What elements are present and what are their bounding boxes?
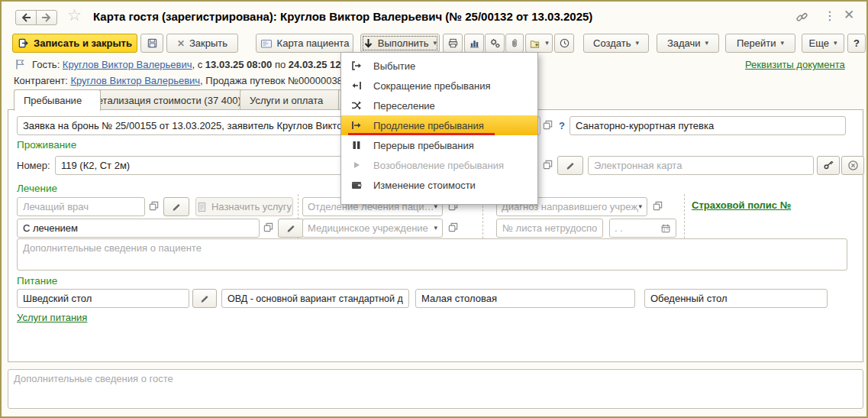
- room-edit-button[interactable]: [557, 156, 583, 175]
- menu-item-change-cost[interactable]: Изменение стоимости: [341, 175, 537, 195]
- insurance-policy-link[interactable]: Страховой полис №: [692, 199, 791, 211]
- help-button[interactable]: ?: [847, 34, 866, 53]
- booking-choose-icon[interactable]: [542, 119, 553, 131]
- dining-room-field[interactable]: [415, 289, 635, 308]
- treatment-mode-choose-icon[interactable]: [263, 222, 274, 233]
- reports-button[interactable]: [464, 34, 484, 53]
- execute-button[interactable]: Выполнить ▾: [360, 34, 440, 53]
- treatment-mode-field[interactable]: [17, 219, 260, 238]
- menu-item-departure[interactable]: Выбытие: [341, 56, 537, 76]
- close-button[interactable]: ✕ Закрыть: [166, 34, 238, 53]
- patient-card-button[interactable]: Карта пациента: [256, 34, 353, 53]
- diet-field[interactable]: [221, 289, 409, 308]
- get-link-icon[interactable]: [795, 11, 808, 24]
- contractor-name-link[interactable]: Круглов Виктор Валерьевич: [70, 75, 200, 86]
- guest-date-from: 13.03.25 08:00: [205, 59, 272, 70]
- pencil-icon: [171, 202, 182, 212]
- add-to-folder-button[interactable]: ▾: [525, 34, 553, 53]
- meal-services-link[interactable]: Услуги питания: [17, 312, 87, 323]
- contractor-line: Контрагент: Круглов Виктор Валерьевич, П…: [14, 75, 343, 86]
- assign-service-button[interactable]: Назначить услугу: [195, 197, 293, 216]
- group-divider: [684, 194, 685, 238]
- create-button[interactable]: Создать▾: [583, 34, 649, 53]
- diagnosis-choose-icon[interactable]: [652, 200, 663, 212]
- key-icon: [823, 160, 834, 171]
- settings-button[interactable]: [485, 34, 505, 53]
- medical-org-choose-icon[interactable]: [447, 222, 459, 233]
- guest-period-mid: по: [272, 59, 289, 70]
- tab-cost-details[interactable]: Детализация стоимости (37 400): [81, 89, 260, 110]
- menu-item-stay-break[interactable]: Перерыв пребывания: [341, 135, 537, 155]
- sick-leave-number-field[interactable]: [496, 219, 603, 238]
- shorten-stay-icon: [350, 79, 363, 92]
- history-button[interactable]: [554, 34, 574, 53]
- attending-doctor-field[interactable]: [17, 197, 145, 216]
- contractor-info: , Продажа путевок №00000038: [200, 75, 343, 86]
- electronic-card-field[interactable]: [588, 156, 814, 175]
- more-menu-dots-icon[interactable]: ⋮: [824, 8, 836, 23]
- calendar-icon[interactable]: [660, 223, 671, 234]
- circle-x-icon: [847, 160, 859, 171]
- guest-line: Гость: Круглов Виктор Валерьевич, с 13.0…: [32, 59, 341, 70]
- contractor-label: Контрагент:: [14, 75, 70, 86]
- help-label: ?: [853, 37, 860, 49]
- pause-icon: [350, 139, 363, 151]
- patient-notes-textarea[interactable]: [17, 238, 847, 271]
- clear-card-button[interactable]: [841, 156, 864, 175]
- dining-table-field[interactable]: [644, 289, 828, 308]
- medical-org-placeholder: Медицинское учреждение: [308, 222, 434, 234]
- guest-date-to: 24.03.25 12: [289, 59, 341, 70]
- room-choose-icon[interactable]: [542, 159, 553, 170]
- menu-item-relocation[interactable]: Переселение: [341, 96, 537, 115]
- more-button[interactable]: Еще▾: [802, 34, 844, 53]
- treatment-section-title: Лечение: [17, 183, 57, 194]
- document-icon: [197, 202, 207, 212]
- menu-item-label: Возобновление пребывания: [373, 160, 504, 171]
- tab-stay[interactable]: Пребывание: [14, 89, 101, 111]
- execute-arrow-down-icon: [363, 38, 373, 49]
- back-button[interactable]: [15, 10, 37, 25]
- execute-caret-icon: ▾: [434, 40, 437, 47]
- voucher-type-field[interactable]: [570, 116, 846, 135]
- meal-type-edit-button[interactable]: [192, 289, 217, 308]
- pencil-icon: [199, 293, 210, 304]
- clock-history-icon: [559, 37, 570, 49]
- floppy-disk-icon: [147, 37, 158, 49]
- guest-name-link[interactable]: Круглов Виктор Валерьевич: [63, 59, 192, 70]
- assign-service-label: Назначить услугу: [211, 201, 292, 212]
- flag-icon[interactable]: [14, 58, 26, 70]
- create-label: Создать: [593, 37, 631, 49]
- menu-item-shorten-stay[interactable]: Сокращение пребывания: [341, 76, 537, 96]
- save-button[interactable]: [140, 34, 163, 53]
- favorite-star-icon[interactable]: ☆: [67, 6, 82, 24]
- voucher-help-mark[interactable]: ?: [559, 120, 565, 131]
- attachments-button[interactable]: [505, 34, 524, 53]
- execute-dropdown-menu: Выбытие Сокращение пребывания Переселени…: [340, 52, 538, 205]
- sick-leave-date-field[interactable]: . .: [609, 219, 676, 238]
- room-label: Номер:: [17, 160, 50, 171]
- more-caret-icon: ▾: [834, 40, 837, 47]
- tasks-button[interactable]: Задачи▾: [657, 34, 719, 53]
- menu-item-label: Изменение стоимости: [373, 180, 476, 191]
- guest-notes-textarea[interactable]: [8, 369, 863, 409]
- wallet-icon: [350, 179, 363, 191]
- meal-type-field[interactable]: [17, 289, 189, 308]
- guest-period-pre: , с: [192, 59, 205, 70]
- medical-org-select[interactable]: Медицинское учреждение ▾: [302, 219, 443, 238]
- goto-caret-icon: ▾: [780, 40, 784, 47]
- close-window-icon[interactable]: ✕: [844, 7, 854, 23]
- page-title: Карта гостя (зарегистрирована): Круглов …: [93, 10, 592, 23]
- menu-item-label: Переселение: [373, 100, 435, 112]
- goto-button[interactable]: Перейти▾: [725, 34, 795, 53]
- treatment-mode-edit-button[interactable]: [278, 219, 304, 238]
- doctor-edit-button[interactable]: [163, 197, 189, 216]
- pencil-icon: [565, 160, 576, 171]
- print-button[interactable]: [443, 34, 463, 53]
- forward-button[interactable]: [36, 10, 57, 25]
- menu-item-label: Продление пребывания: [373, 120, 484, 131]
- document-requisites-link[interactable]: Реквизиты документа: [745, 59, 845, 70]
- doctor-choose-icon[interactable]: [148, 200, 160, 212]
- save-and-close-button[interactable]: Записать и закрыть: [12, 34, 137, 53]
- menu-item-extend-stay[interactable]: Продление пребывания: [341, 115, 537, 135]
- write-card-key-button[interactable]: [817, 156, 840, 175]
